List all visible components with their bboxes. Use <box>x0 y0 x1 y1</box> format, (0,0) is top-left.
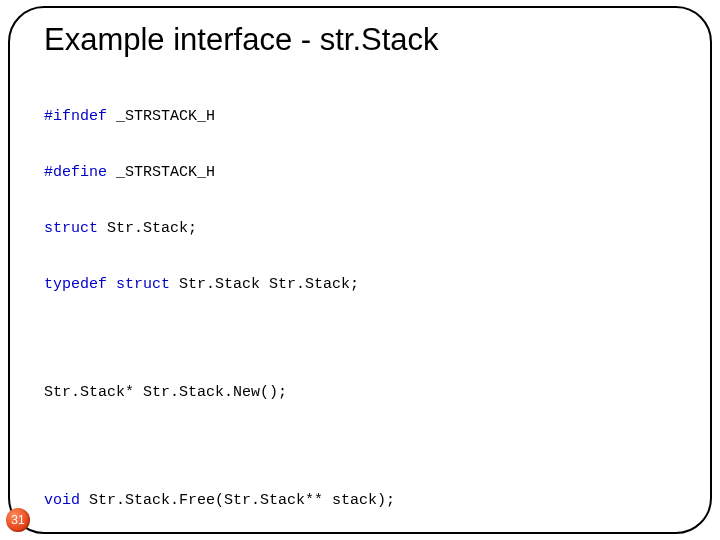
code-line: void Str.Stack.Free(Str.Stack** stack); <box>44 492 682 511</box>
code-text: _STRSTACK_H <box>107 164 215 181</box>
code-text: _STRSTACK_H <box>107 108 215 125</box>
spacer <box>44 333 682 347</box>
slide-frame: Example interface - str.Stack #ifndef _S… <box>8 6 712 534</box>
spacer <box>44 440 682 454</box>
code-text: Str.Stack; <box>98 220 197 237</box>
code-text <box>107 276 116 293</box>
keyword: #define <box>44 164 107 181</box>
slide-number-badge: 31 <box>6 508 30 532</box>
code-line: typedef struct Str.Stack Str.Stack; <box>44 276 682 295</box>
keyword: #ifndef <box>44 108 107 125</box>
code-line: #define _STRSTACK_H <box>44 164 682 183</box>
keyword: void <box>44 492 80 509</box>
code-text: Str.Stack.Free(Str.Stack** stack); <box>80 492 395 509</box>
code-line: #ifndef _STRSTACK_H <box>44 108 682 127</box>
slide-title: Example interface - str.Stack <box>44 22 682 58</box>
code-block: #ifndef _STRSTACK_H #define _STRSTACK_H … <box>44 70 682 540</box>
code-text: Str.Stack* Str.Stack.New(); <box>44 384 287 401</box>
code-text: Str.Stack Str.Stack; <box>170 276 359 293</box>
keyword: typedef <box>44 276 107 293</box>
keyword: struct <box>116 276 170 293</box>
keyword: struct <box>44 220 98 237</box>
code-line: struct Str.Stack; <box>44 220 682 239</box>
code-line: Str.Stack* Str.Stack.New(); <box>44 384 682 403</box>
